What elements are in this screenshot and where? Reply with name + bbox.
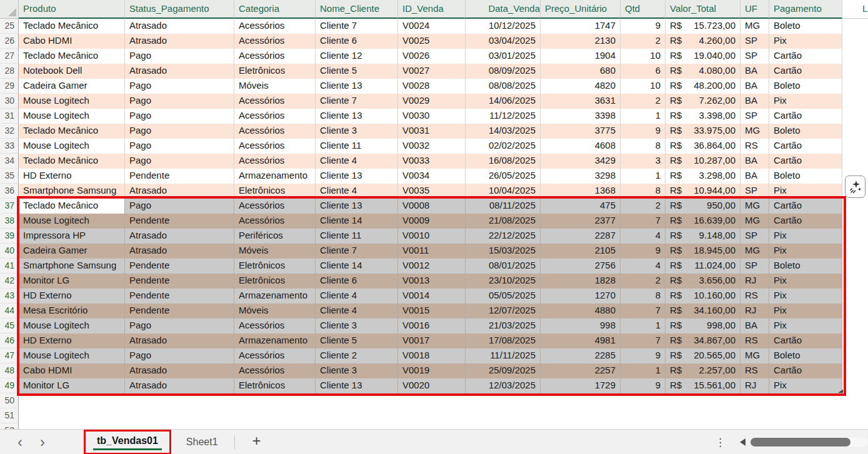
- cell-valor[interactable]: R$10.944,00: [666, 184, 741, 199]
- cell-id[interactable]: V0009: [398, 214, 466, 229]
- cell-pagamento[interactable]: Pix: [769, 378, 842, 393]
- cell-uf[interactable]: RJ: [741, 274, 769, 289]
- column-header-pagamento[interactable]: Pagamento: [769, 0, 842, 19]
- cell-pagamento[interactable]: Cartão: [769, 154, 842, 169]
- cell-qtd[interactable]: 3: [621, 154, 666, 169]
- cell-valor[interactable]: R$9.148,00: [666, 229, 741, 244]
- cell-qtd[interactable]: 9: [621, 378, 666, 393]
- scroll-left-arrow-icon[interactable]: [740, 438, 746, 446]
- cell-pagamento[interactable]: Cartão: [769, 109, 842, 124]
- cell-data[interactable]: 14/03/2025: [466, 124, 541, 139]
- row-header[interactable]: 48: [0, 363, 19, 378]
- cell-pagamento[interactable]: Pix: [769, 34, 842, 49]
- column-header-categoria[interactable]: Categoria: [234, 0, 316, 19]
- row-header[interactable]: 30: [0, 94, 19, 109]
- cell-qtd[interactable]: 2: [621, 34, 666, 49]
- cell-id[interactable]: V0024: [398, 19, 466, 34]
- sheet-tab-tb-vendas01[interactable]: tb_Vendas01: [86, 432, 169, 453]
- row-header[interactable]: 26: [0, 34, 19, 49]
- scrollbar-track[interactable]: [751, 437, 868, 447]
- cell-cliente[interactable]: Cliente 5: [316, 64, 398, 79]
- cell-valor[interactable]: R$7.262,00: [666, 94, 741, 109]
- cell-valor[interactable]: R$33.975,00: [666, 124, 741, 139]
- cell-outside-table[interactable]: [842, 363, 868, 378]
- row-header[interactable]: 31: [0, 109, 19, 124]
- cell-valor[interactable]: R$15.723,00: [666, 19, 741, 34]
- cell-status[interactable]: Pendente: [125, 303, 234, 318]
- cell-categoria[interactable]: Acessórios: [234, 199, 316, 214]
- cell-valor[interactable]: R$20.565,00: [666, 348, 741, 363]
- cell-outside-table[interactable]: [842, 154, 868, 169]
- cell-produto[interactable]: Cadeira Gamer: [19, 79, 125, 94]
- cell-status[interactable]: Atrasado: [125, 244, 234, 259]
- cell-status[interactable]: Pago: [125, 94, 234, 109]
- cell-id[interactable]: V0028: [398, 79, 466, 94]
- cell-id[interactable]: V0008: [398, 199, 466, 214]
- cell-produto[interactable]: Monitor LG: [19, 274, 125, 289]
- empty-cells[interactable]: [19, 408, 868, 423]
- cell-valor[interactable]: R$48.200,00: [666, 79, 741, 94]
- cell-id[interactable]: V0014: [398, 289, 466, 303]
- cell-uf[interactable]: RJ: [741, 378, 769, 393]
- cell-produto[interactable]: Cadeira Gamer: [19, 244, 125, 259]
- cell-id[interactable]: V0033: [398, 154, 466, 169]
- table-row[interactable]: 42Monitor LGPendenteEletrônicosCliente 6…: [0, 274, 868, 289]
- table-row[interactable]: 38Mouse LogitechPendenteAcessóriosClient…: [0, 214, 868, 229]
- cell-data[interactable]: 23/10/2025: [466, 274, 541, 289]
- cell-status[interactable]: Pago: [125, 124, 234, 139]
- cell-pagamento[interactable]: Cartão: [769, 333, 842, 348]
- cell-status[interactable]: Atrasado: [125, 184, 234, 199]
- cell-status[interactable]: Pago: [125, 109, 234, 124]
- cell-id[interactable]: V0025: [398, 34, 466, 49]
- cell-categoria[interactable]: Acessórios: [234, 109, 316, 124]
- cell-qtd[interactable]: 8: [621, 289, 666, 303]
- cell-uf[interactable]: BA: [741, 154, 769, 169]
- cell-qtd[interactable]: 2: [621, 274, 666, 289]
- cell-outside-table[interactable]: [842, 274, 868, 289]
- cell-data[interactable]: 26/05/2025: [466, 169, 541, 184]
- row-header[interactable]: 33: [0, 139, 19, 154]
- cell-uf[interactable]: RJ: [741, 303, 769, 318]
- cell-pagamento[interactable]: Pix: [769, 184, 842, 199]
- column-header-next-partial[interactable]: L: [842, 0, 868, 19]
- cell-cliente[interactable]: Cliente 3: [316, 318, 398, 333]
- cell-categoria[interactable]: Periféricos: [234, 229, 316, 244]
- cell-outside-table[interactable]: [842, 214, 868, 229]
- cell-qtd[interactable]: 9: [621, 124, 666, 139]
- cell-uf[interactable]: MG: [741, 124, 769, 139]
- cell-categoria[interactable]: Armazenamento: [234, 169, 316, 184]
- column-header-valor[interactable]: Valor_Total: [666, 0, 741, 19]
- cell-qtd[interactable]: 7: [621, 333, 666, 348]
- cell-produto[interactable]: Mouse Logitech: [19, 139, 125, 154]
- table-row[interactable]: 34Teclado MecânicoPagoAcessóriosCliente …: [0, 154, 868, 169]
- cell-id[interactable]: V0029: [398, 94, 466, 109]
- cell-pagamento[interactable]: Cartão: [769, 214, 842, 229]
- cell-uf[interactable]: MG: [741, 348, 769, 363]
- cell-preco[interactable]: 680: [541, 64, 621, 79]
- cell-preco[interactable]: 3429: [541, 154, 621, 169]
- cell-categoria[interactable]: Acessórios: [234, 214, 316, 229]
- row-header[interactable]: 44: [0, 303, 19, 318]
- empty-cells[interactable]: [19, 393, 868, 408]
- table-row[interactable]: 37Teclado MecânicoPagoAcessóriosCliente …: [0, 199, 868, 214]
- cell-preco[interactable]: 998: [541, 318, 621, 333]
- cell-data[interactable]: 08/08/2025: [466, 79, 541, 94]
- cell-data[interactable]: 25/09/2025: [466, 363, 541, 378]
- cell-categoria[interactable]: Eletrônicos: [234, 259, 316, 274]
- cell-valor[interactable]: R$34.867,00: [666, 333, 741, 348]
- cell-preco[interactable]: 3298: [541, 169, 621, 184]
- row-header[interactable]: 28: [0, 64, 19, 79]
- table-row[interactable]: 26Cabo HDMIAtrasadoAcessóriosCliente 6V0…: [0, 34, 868, 49]
- cell-outside-table[interactable]: [842, 124, 868, 139]
- cell-preco[interactable]: 2287: [541, 229, 621, 244]
- cell-produto[interactable]: Smartphone Samsung: [19, 184, 125, 199]
- cell-status[interactable]: Atrasado: [125, 363, 234, 378]
- cell-id[interactable]: V0015: [398, 303, 466, 318]
- cell-data[interactable]: 22/12/2025: [466, 229, 541, 244]
- column-header-data-venda[interactable]: Data_Venda: [466, 0, 541, 19]
- cell-produto[interactable]: Impressora HP: [19, 229, 125, 244]
- table-row[interactable]: 32Teclado MecânicoPagoAcessóriosCliente …: [0, 124, 868, 139]
- table-row[interactable]: 39Impressora HPAtrasadoPeriféricosClient…: [0, 229, 868, 244]
- cell-uf[interactable]: RS: [741, 333, 769, 348]
- cell-outside-table[interactable]: [842, 79, 868, 94]
